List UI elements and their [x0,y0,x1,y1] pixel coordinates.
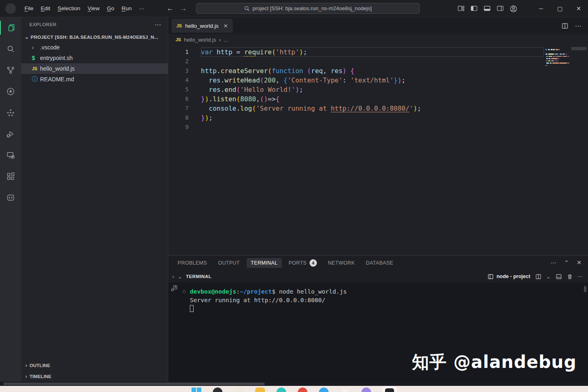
code-editor[interactable]: 1var http = require('http');23http.creat… [168,45,588,255]
light-app-icon[interactable] [234,388,244,392]
breadcrumb-symbol[interactable]: ... [224,37,228,43]
terminal-instance-selector[interactable]: node - project [488,274,530,280]
account-icon[interactable] [509,4,518,13]
code-line-8[interactable]: 8}); [168,113,588,122]
chevron-right-icon[interactable]: › [172,274,174,280]
tab-hello-world-js[interactable]: JS hello_world.js ✕ [172,19,233,33]
panel-tab-output[interactable]: OUTPUT [214,258,244,268]
outline-section-header[interactable]: › OUTLINE [21,360,168,371]
command-center-search[interactable]: project [SSH: bja.sealos.run_ns-m24oe8sj… [196,3,420,14]
menu-file[interactable]: File [21,4,37,13]
file-item--vscode[interactable]: ›.vscode [21,42,168,53]
extensions-icon[interactable] [0,166,21,187]
project-folder-header[interactable]: ⌄ PROJECT [SSH: BJA.SEALOS.RUN_NS-M24OE8… [21,32,168,42]
toggle-sidebar-icon[interactable] [470,4,478,13]
code-line-6[interactable]: 6}).listen(8080,()=>{ [168,94,588,104]
minimize-button[interactable]: ─ [532,0,550,17]
app-logo-icon [5,3,16,14]
minimap[interactable] [546,49,569,68]
toggle-secondary-sidebar-icon[interactable] [496,4,504,13]
cluster-extension-icon[interactable] [0,102,21,123]
command-decoration-icon[interactable] [183,290,186,293]
chevron-down-icon[interactable]: ⌄ [178,274,182,280]
maximize-button[interactable]: ▢ [550,0,569,17]
panel-tab-network[interactable]: NETWORK [324,258,359,268]
vscode-taskbar-icon[interactable] [383,386,396,392]
file-item-entrypoint-sh[interactable]: $entrypoint.sh [21,53,168,63]
windows-start-icon[interactable] [192,388,201,392]
file-name: .vscode [40,44,60,51]
code-line-9[interactable]: 9 [168,122,588,132]
search-sidebar-icon[interactable] [0,38,21,60]
split-editor-icon[interactable] [561,22,568,29]
timeline-label: TIMELINE [29,374,51,379]
line-number: 7 [168,104,189,113]
menu-go[interactable]: Go [103,4,118,13]
back-icon[interactable]: ← [167,4,174,13]
close-panel-icon[interactable]: ✕ [577,259,581,266]
timeline-section-header[interactable]: › TIMELINE [21,371,168,382]
code-line-2[interactable]: 2 [168,57,588,66]
panel-tab-ports[interactable]: PORTS4 [285,257,321,269]
purple-app-icon[interactable] [361,388,371,392]
panel-tab-problems[interactable]: PROBLEMS [174,258,211,268]
terminal-instance-label: node - project [497,274,530,279]
blue-app-icon[interactable] [319,388,329,392]
launch-profile-dropdown-icon[interactable]: ⌄ [546,274,551,280]
scrollbar-slider[interactable] [571,47,587,50]
explorer-icon[interactable] [0,17,21,38]
terminal-scrollbar[interactable] [584,286,586,292]
folder-chevron-icon: › [32,44,40,51]
code-database-extension-icon[interactable] [0,187,21,208]
split-terminal-icon[interactable] [535,274,541,280]
panel-more-actions-icon[interactable]: ⋯ [551,259,557,266]
dark-app-icon[interactable] [213,388,223,392]
terminal-view-header: › ⌄ TERMINAL node - project ⌄ ⋯ [168,270,588,283]
code-line-7[interactable]: 7 console.log('Server running at http://… [168,104,588,113]
red-app-icon[interactable] [298,388,307,392]
run-debug-icon[interactable] [0,123,21,145]
editor-more-actions-icon[interactable]: ⋯ [575,22,581,30]
open-terminal-editor-icon[interactable] [556,274,562,280]
file-item-README-md[interactable]: ⓘREADME.md [21,74,168,85]
menu-selection[interactable]: Selection [54,4,84,13]
terminal-more-actions-icon[interactable]: ⋯ [578,274,583,279]
panel-tab-terminal[interactable]: TERMINAL [247,258,282,268]
close-window-button[interactable]: ✕ [569,0,588,17]
explorer-more-actions-icon[interactable]: ⋯ [155,21,162,29]
horizontal-scrollbar[interactable] [3,383,265,385]
code-line-3[interactable]: 3http.createServer(function (req, res) { [168,66,588,76]
maximize-panel-icon[interactable]: ⌃ [564,259,569,266]
forward-icon[interactable]: → [180,4,187,13]
folder-app-icon[interactable] [255,388,265,392]
heart-app-icon[interactable]: ♥ [340,388,350,392]
customize-layout-icon[interactable] [457,4,465,13]
file-item-hello-world-js[interactable]: JShello_world.js [21,63,168,74]
menu-more[interactable]: ··· [135,4,148,13]
watermark-text: 知乎 @alandebug [412,351,577,374]
circle-star-extension-icon[interactable] [0,81,21,102]
breadcrumb-file[interactable]: hello_world.js [184,37,216,43]
code-text: console.log('Server running at http://0.… [201,104,544,113]
status-strip [0,382,588,386]
menu-view[interactable]: View [84,4,103,13]
titlebar: FileEditSelectionViewGoRun··· ← → projec… [0,0,588,17]
code-line-1[interactable]: 1var http = require('http'); [168,47,588,57]
code-text: http.createServer(function (req, res) { [201,66,544,76]
teal-app-icon[interactable] [276,388,286,392]
menu-edit[interactable]: Edit [37,4,54,13]
outline-label: OUTLINE [29,363,50,368]
menu-run[interactable]: Run [118,4,136,13]
toggle-panel-icon[interactable] [483,4,491,13]
source-control-icon[interactable] [0,60,21,81]
code-line-4[interactable]: 4 res.writeHead(200, {'Content-Type': 't… [168,76,588,85]
tab-label: hello_world.js [185,23,218,29]
code-line-5[interactable]: 5 res.end('Hello World!'); [168,85,588,94]
kill-terminal-trash-icon[interactable] [567,274,573,280]
terminal-line-1: devbox@nodejs:~/project$ node hello_worl… [168,287,588,296]
panel-tab-database[interactable]: DATABASE [362,258,397,268]
terminal[interactable]: devbox@nodejs:~/project$ node hello_worl… [168,283,588,382]
line-number: 8 [168,113,189,122]
close-tab-icon[interactable]: ✕ [223,23,228,29]
remote-explorer-icon[interactable] [0,145,21,166]
